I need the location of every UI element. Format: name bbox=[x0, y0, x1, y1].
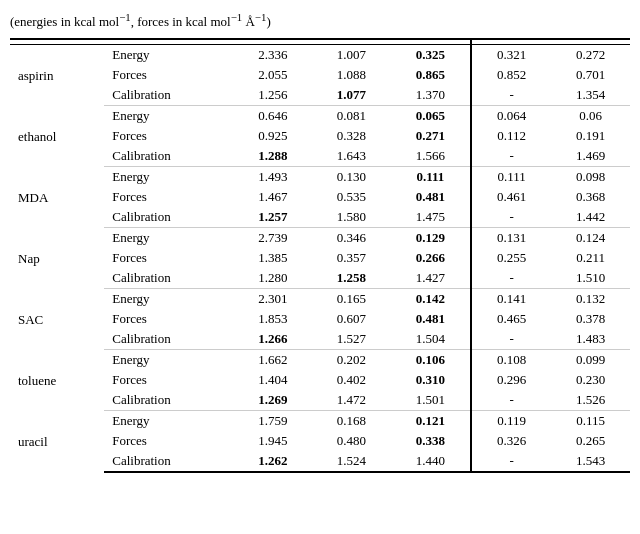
row-type-label: Calibration bbox=[104, 390, 233, 411]
table-title: (energies in kcal mol−1, forces in kcal … bbox=[10, 10, 630, 32]
evidential-value: 0.607 bbox=[312, 309, 391, 329]
backbone-value: 0.112 bbox=[471, 126, 551, 146]
fixed-lnk-value: 1.504 bbox=[391, 329, 471, 350]
evidential-value: 1.077 bbox=[312, 85, 391, 106]
row-type-label: Forces bbox=[104, 309, 233, 329]
mcd-value: 1.759 bbox=[234, 410, 313, 431]
evidential-value: 1.527 bbox=[312, 329, 391, 350]
backbone-value: 0.131 bbox=[471, 227, 551, 248]
mcd-value: 0.925 bbox=[234, 126, 313, 146]
table-row: SACEnergy2.3010.1650.1420.1410.132 bbox=[10, 288, 630, 309]
ensemble-value: 1.526 bbox=[551, 390, 630, 411]
mcd-value: 1.853 bbox=[234, 309, 313, 329]
row-type-label: Calibration bbox=[104, 85, 233, 106]
evidential-value: 1.258 bbox=[312, 268, 391, 289]
ensemble-value: 1.483 bbox=[551, 329, 630, 350]
row-type-label: Energy bbox=[104, 166, 233, 187]
table-row: NapEnergy2.7390.3460.1290.1310.124 bbox=[10, 227, 630, 248]
mcd-value: 2.055 bbox=[234, 65, 313, 85]
ensemble-value: 0.124 bbox=[551, 227, 630, 248]
table-row: aspirinEnergy2.3361.0070.3250.3210.272 bbox=[10, 44, 630, 65]
ensemble-value: 0.115 bbox=[551, 410, 630, 431]
row-type-label: Calibration bbox=[104, 451, 233, 472]
table-row: tolueneEnergy1.6620.2020.1060.1080.099 bbox=[10, 349, 630, 370]
backbone-value: 0.326 bbox=[471, 431, 551, 451]
fixed-lnk-value: 0.106 bbox=[391, 349, 471, 370]
fixed-lnk-value: 1.370 bbox=[391, 85, 471, 106]
fixed-lnk-value: 1.427 bbox=[391, 268, 471, 289]
ensemble-value: 1.543 bbox=[551, 451, 630, 472]
row-type-label: Energy bbox=[104, 288, 233, 309]
backbone-value: 0.255 bbox=[471, 248, 551, 268]
backbone-value: - bbox=[471, 329, 551, 350]
fixed-lnk-value: 0.142 bbox=[391, 288, 471, 309]
ensemble-value: 0.265 bbox=[551, 431, 630, 451]
row-type-label: Forces bbox=[104, 126, 233, 146]
mcd-value: 1.269 bbox=[234, 390, 313, 411]
evidential-value: 0.202 bbox=[312, 349, 391, 370]
backbone-value: 0.108 bbox=[471, 349, 551, 370]
mcd-value: 1.266 bbox=[234, 329, 313, 350]
row-type-label: Forces bbox=[104, 370, 233, 390]
mcd-value: 0.646 bbox=[234, 105, 313, 126]
ensemble-value: 0.701 bbox=[551, 65, 630, 85]
backbone-value: 0.461 bbox=[471, 187, 551, 207]
molecule-label: aspirin bbox=[10, 44, 104, 105]
fixed-lnk-value: 0.121 bbox=[391, 410, 471, 431]
row-type-label: Calibration bbox=[104, 329, 233, 350]
mcd-value: 1.493 bbox=[234, 166, 313, 187]
fixed-lnk-value: 0.865 bbox=[391, 65, 471, 85]
backbone-value: - bbox=[471, 207, 551, 228]
mcd-value: 2.301 bbox=[234, 288, 313, 309]
fixed-lnk-value: 1.566 bbox=[391, 146, 471, 167]
ensemble-value: 0.06 bbox=[551, 105, 630, 126]
mcd-value: 1.256 bbox=[234, 85, 313, 106]
mcd-value: 2.336 bbox=[234, 44, 313, 65]
fixed-lnk-value: 0.111 bbox=[391, 166, 471, 187]
ensemble-value: 0.191 bbox=[551, 126, 630, 146]
row-type-label: Energy bbox=[104, 349, 233, 370]
ensemble-value: 0.230 bbox=[551, 370, 630, 390]
evidential-value: 0.328 bbox=[312, 126, 391, 146]
ensemble-value: 0.098 bbox=[551, 166, 630, 187]
backbone-value: - bbox=[471, 85, 551, 106]
fixed-lnk-value: 0.271 bbox=[391, 126, 471, 146]
backbone-value: - bbox=[471, 451, 551, 472]
mcd-value: 1.467 bbox=[234, 187, 313, 207]
ensemble-value: 1.469 bbox=[551, 146, 630, 167]
fixed-lnk-value: 0.310 bbox=[391, 370, 471, 390]
backbone-value: 0.119 bbox=[471, 410, 551, 431]
results-table: aspirinEnergy2.3361.0070.3250.3210.272Fo… bbox=[10, 38, 630, 473]
row-type-label: Calibration bbox=[104, 268, 233, 289]
evidential-value: 1.643 bbox=[312, 146, 391, 167]
molecule-label: Nap bbox=[10, 227, 104, 288]
mcd-value: 1.662 bbox=[234, 349, 313, 370]
mcd-value: 1.262 bbox=[234, 451, 313, 472]
fixed-lnk-value: 0.065 bbox=[391, 105, 471, 126]
evidential-value: 0.130 bbox=[312, 166, 391, 187]
row-type-label: Calibration bbox=[104, 146, 233, 167]
backbone-value: 0.296 bbox=[471, 370, 551, 390]
mcd-value: 1.288 bbox=[234, 146, 313, 167]
evidential-value: 0.535 bbox=[312, 187, 391, 207]
evidential-value: 0.346 bbox=[312, 227, 391, 248]
mcd-value: 1.945 bbox=[234, 431, 313, 451]
backbone-value: 0.321 bbox=[471, 44, 551, 65]
row-type-label: Energy bbox=[104, 410, 233, 431]
fixed-lnk-value: 1.501 bbox=[391, 390, 471, 411]
row-type-label: Energy bbox=[104, 44, 233, 65]
fixed-lnk-value: 0.481 bbox=[391, 309, 471, 329]
evidential-value: 1.524 bbox=[312, 451, 391, 472]
fixed-lnk-value: 1.475 bbox=[391, 207, 471, 228]
molecule-label: SAC bbox=[10, 288, 104, 349]
row-type-label: Forces bbox=[104, 65, 233, 85]
backbone-value: 0.465 bbox=[471, 309, 551, 329]
main-container: (energies in kcal mol−1, forces in kcal … bbox=[10, 10, 630, 473]
row-type-label: Energy bbox=[104, 227, 233, 248]
molecule-label: MDA bbox=[10, 166, 104, 227]
fixed-lnk-value: 0.266 bbox=[391, 248, 471, 268]
mcd-value: 2.739 bbox=[234, 227, 313, 248]
molecule-label: uracil bbox=[10, 410, 104, 472]
row-type-label: Forces bbox=[104, 248, 233, 268]
backbone-value: - bbox=[471, 390, 551, 411]
